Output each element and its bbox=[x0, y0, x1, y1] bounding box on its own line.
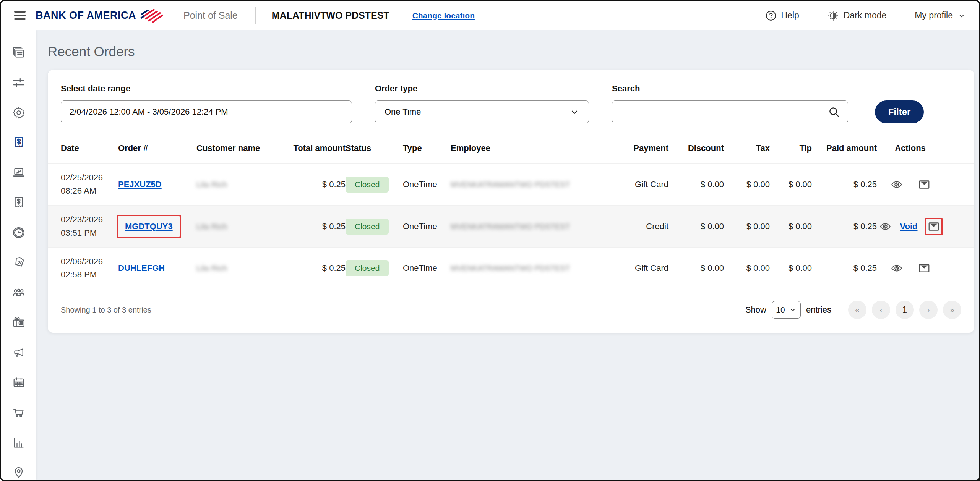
order-type-select[interactable]: One Time bbox=[375, 100, 589, 123]
column-header-actions: Actions bbox=[877, 143, 944, 153]
view-order-button[interactable] bbox=[891, 262, 903, 274]
column-header-employee: Employee bbox=[451, 143, 604, 153]
sidebar-item-sliders[interactable] bbox=[11, 76, 26, 90]
bar-chart-icon bbox=[12, 436, 26, 450]
table-footer: Showing 1 to 3 of 3 entries Show 10 entr… bbox=[48, 289, 974, 329]
order-number-link[interactable]: PEJXUZ5D bbox=[118, 180, 162, 189]
payment-cell: Credit bbox=[604, 222, 668, 232]
gift-card-icon bbox=[12, 316, 26, 330]
table-header-row: DateOrder #Customer nameTotal amountStat… bbox=[48, 126, 974, 163]
customer-name-cell: Lila Rich bbox=[196, 263, 284, 273]
email-receipt-button[interactable] bbox=[918, 178, 930, 191]
order-number-cell: DUHLEFGH bbox=[118, 263, 196, 273]
order-number-cell: PEJXUZ5D bbox=[118, 180, 196, 189]
annotation-highlight-box: MGDTQUY3 bbox=[118, 216, 180, 237]
column-header-total-amount: Total amount bbox=[284, 143, 346, 153]
sidebar-item-price-tag[interactable] bbox=[11, 256, 26, 270]
help-button[interactable]: Help bbox=[765, 10, 799, 21]
change-location-link[interactable]: Change location bbox=[412, 11, 475, 20]
main-content: Recent Orders Select date range Order ty… bbox=[36, 30, 979, 480]
showing-entries-text: Showing 1 to 3 of 3 entries bbox=[61, 306, 151, 314]
tax-cell: $ 0.00 bbox=[724, 222, 770, 232]
help-icon bbox=[765, 10, 777, 21]
tip-cell: $ 0.00 bbox=[770, 222, 812, 232]
discount-cell: $ 0.00 bbox=[668, 222, 724, 232]
tax-cell: $ 0.00 bbox=[724, 180, 770, 189]
sidebar-item-laptop[interactable] bbox=[11, 165, 26, 180]
actions-cell: Void bbox=[877, 219, 944, 234]
dark-mode-toggle[interactable]: Dark mode bbox=[827, 10, 886, 21]
my-profile-menu[interactable]: My profile bbox=[915, 10, 966, 21]
megaphone-icon bbox=[12, 346, 26, 360]
order-row-MGDTQUY3: 02/23/202603:51 PMMGDTQUY3Lila Rich$ 0.2… bbox=[48, 205, 974, 247]
total-amount-cell: $ 0.25 bbox=[284, 180, 346, 189]
next-page-button[interactable]: › bbox=[919, 301, 938, 319]
receipt-dollar-2-icon bbox=[12, 196, 26, 209]
sidebar-item-documents[interactable] bbox=[11, 45, 26, 60]
date-range-input[interactable] bbox=[61, 100, 352, 123]
view-order-button[interactable] bbox=[879, 220, 891, 233]
page-title: Recent Orders bbox=[48, 44, 974, 59]
table-body: 02/25/202608:26 AMPEJXUZ5DLila Rich$ 0.2… bbox=[48, 163, 974, 289]
sidebar-item-customers-group[interactable] bbox=[11, 285, 26, 300]
sidebar-item-receipt-dollar-2[interactable] bbox=[11, 196, 26, 210]
chevron-down-icon bbox=[957, 11, 966, 20]
search-input[interactable] bbox=[612, 107, 828, 117]
order-type-label: Order type bbox=[375, 84, 589, 94]
entries-label: entries bbox=[806, 305, 831, 315]
void-link[interactable]: Void bbox=[900, 222, 917, 232]
sidebar-item-clock-history[interactable] bbox=[11, 225, 26, 240]
customer-name-cell: Lila Rich bbox=[196, 180, 284, 189]
price-tag-icon bbox=[12, 256, 26, 269]
column-header-paid-amount: Paid amount bbox=[812, 143, 877, 153]
search-icon[interactable] bbox=[828, 106, 840, 118]
sidebar-item-settings-gear[interactable] bbox=[11, 105, 26, 120]
sidebar-item-shopping-cart[interactable] bbox=[11, 405, 26, 420]
order-date: 02/25/202608:26 AM bbox=[61, 171, 118, 197]
tip-cell: $ 0.00 bbox=[770, 263, 812, 273]
page-1-button[interactable]: 1 bbox=[896, 301, 914, 319]
sidebar-item-receipt-dollar[interactable] bbox=[11, 136, 26, 150]
employee-cell: MVENKATRAMANTWO PDSTEST bbox=[451, 180, 604, 189]
status-cell: Closed bbox=[346, 219, 403, 235]
order-number-link[interactable]: DUHLEFGH bbox=[118, 263, 165, 273]
customer-name-cell: Lila Rich bbox=[196, 222, 284, 232]
prev-page-button[interactable]: ‹ bbox=[872, 301, 890, 319]
status-badge: Closed bbox=[346, 219, 389, 235]
location-name: MALATHIVTWO PDSTEST bbox=[272, 10, 389, 21]
actions-cell bbox=[877, 178, 944, 191]
payment-cell: Gift Card bbox=[604, 180, 668, 189]
page-size-select[interactable]: 10 bbox=[772, 301, 801, 319]
discount-cell: $ 0.00 bbox=[668, 263, 724, 273]
sidebar-item-calendar[interactable] bbox=[11, 376, 26, 390]
status-badge: Closed bbox=[346, 260, 389, 276]
email-receipt-button[interactable] bbox=[918, 262, 930, 274]
email-receipt-button[interactable] bbox=[926, 219, 941, 234]
order-number-link[interactable]: MGDTQUY3 bbox=[125, 222, 173, 232]
order-row-PEJXUZ5D: 02/25/202608:26 AMPEJXUZ5DLila Rich$ 0.2… bbox=[48, 163, 974, 205]
sidebar-item-gift-card[interactable] bbox=[11, 316, 26, 330]
view-order-button[interactable] bbox=[891, 178, 903, 191]
documents-icon bbox=[12, 46, 26, 60]
sidebar-item-megaphone[interactable] bbox=[11, 345, 26, 360]
order-type-value: One Time bbox=[385, 107, 421, 117]
column-header-order: Order # bbox=[118, 143, 196, 153]
filter-button[interactable]: Filter bbox=[875, 100, 924, 123]
first-page-button[interactable]: « bbox=[848, 301, 866, 319]
column-header-type: Type bbox=[403, 143, 451, 153]
laptop-icon bbox=[12, 166, 26, 180]
dark-mode-label: Dark mode bbox=[844, 10, 886, 21]
show-label: Show bbox=[745, 305, 766, 315]
sidebar-item-bar-chart[interactable] bbox=[11, 436, 26, 450]
column-header-date: Date bbox=[61, 143, 118, 153]
brand-name: BANK OF AMERICA bbox=[36, 10, 136, 21]
shopping-cart-icon bbox=[12, 406, 26, 419]
last-page-button[interactable]: » bbox=[943, 301, 961, 319]
date-range-label: Select date range bbox=[61, 84, 352, 94]
hamburger-menu-icon[interactable] bbox=[14, 11, 26, 20]
bank-of-america-logo: BANK OF AMERICA bbox=[36, 8, 164, 24]
paid-amount-cell: $ 0.25 bbox=[812, 180, 877, 189]
status-badge: Closed bbox=[346, 177, 389, 193]
tax-cell: $ 0.00 bbox=[724, 263, 770, 273]
sidebar-item-location-pin[interactable] bbox=[11, 465, 26, 480]
